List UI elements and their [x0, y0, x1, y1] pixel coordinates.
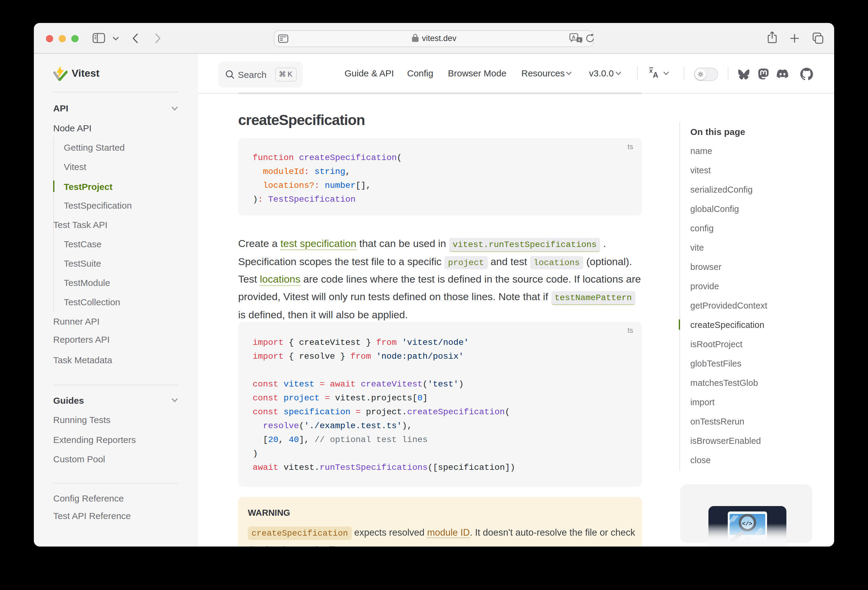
svg-text:x: x — [578, 37, 580, 42]
svg-text:A: A — [653, 71, 658, 78]
svg-text:A: A — [572, 34, 576, 40]
